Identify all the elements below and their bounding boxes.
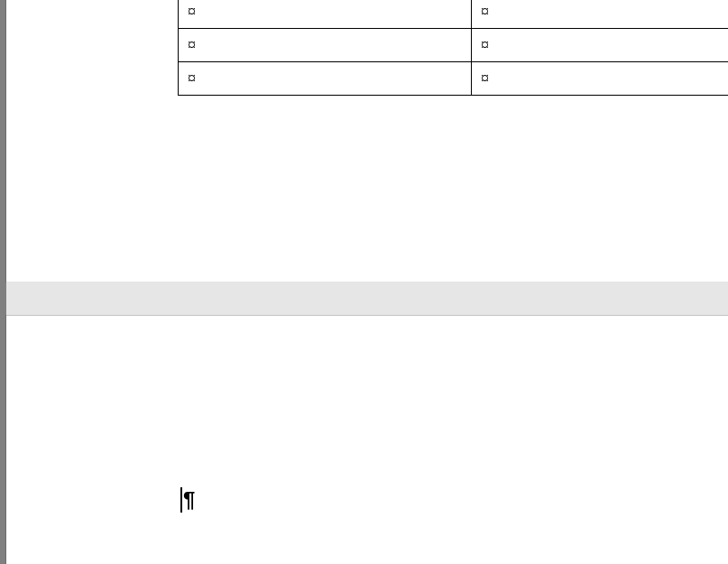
document-table[interactable]: ¤ ¤ ¤ ¤ ¤ ¤: [178, 0, 728, 96]
table-cell[interactable]: ¤: [472, 0, 729, 29]
paragraph-mark-icon: ¶: [180, 487, 195, 513]
document-viewport: ¤ ¤ ¤ ¤ ¤ ¤ ¶: [0, 0, 728, 564]
table-cell[interactable]: ¤: [472, 29, 729, 62]
table-cell[interactable]: ¤: [472, 62, 729, 96]
document-page-2[interactable]: ¶: [6, 316, 728, 564]
table-row[interactable]: ¤ ¤: [179, 62, 729, 96]
table-cell[interactable]: ¤: [179, 29, 472, 62]
table-cell[interactable]: ¤: [179, 62, 472, 96]
page-gap: [6, 282, 728, 316]
table-cell[interactable]: ¤: [179, 0, 472, 29]
table-row[interactable]: ¤ ¤: [179, 0, 729, 29]
table-row[interactable]: ¤ ¤: [179, 29, 729, 62]
document-page-1[interactable]: ¤ ¤ ¤ ¤ ¤ ¤: [6, 0, 728, 282]
